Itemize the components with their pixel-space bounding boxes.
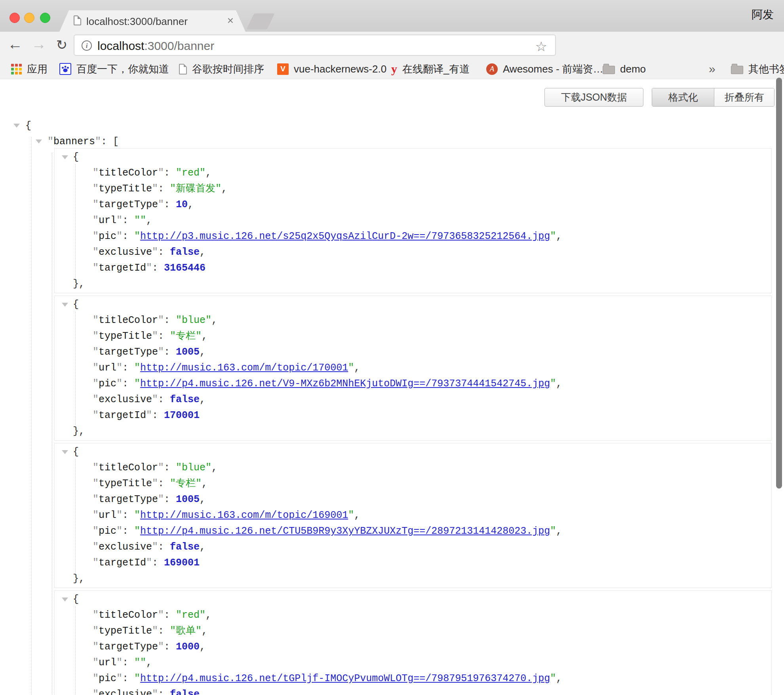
bookmark-apps[interactable]: 应用: [11, 62, 48, 76]
json-text: :: [152, 262, 164, 274]
json-text: ": [93, 199, 99, 210]
json-open-brace: {: [73, 446, 79, 458]
tab-bar: localhost:3000/banner × 阿发: [0, 0, 784, 32]
json-number-value: 170001: [164, 410, 200, 421]
other-bookmarks-folder[interactable]: 其他书签: [731, 62, 784, 76]
browser-window: localhost:3000/banner × 阿发 ← → ↻ i local…: [0, 0, 784, 695]
close-window-button[interactable]: [10, 13, 20, 23]
minimize-window-button[interactable]: [24, 13, 34, 23]
collapse-toggle-icon[interactable]: [62, 450, 68, 454]
new-tab-button[interactable]: [246, 13, 275, 29]
json-text: :: [122, 231, 134, 242]
zoom-window-button[interactable]: [40, 13, 50, 23]
json-text: :: [122, 362, 134, 374]
json-key: url: [99, 362, 116, 374]
json-url-link[interactable]: http://p4.music.126.net/tGPljf-IMOCyPvum…: [140, 673, 550, 684]
json-property-row: "targetType": 1005,: [55, 344, 771, 360]
tree-guide-line: [75, 312, 76, 425]
collapse-toggle-icon[interactable]: [62, 598, 68, 601]
json-banners-row: "banners": [: [36, 134, 119, 150]
profile-name[interactable]: 阿发: [752, 7, 774, 22]
json-key: titleColor: [99, 462, 158, 474]
bookmark-baidu[interactable]: 百度一下，你就知道: [59, 62, 169, 76]
collapse-toggle-icon[interactable]: [13, 124, 20, 128]
bookmarks-overflow-chevron[interactable]: »: [709, 62, 715, 76]
json-text: ,: [146, 215, 152, 226]
json-text: ": [93, 462, 99, 474]
address-bar[interactable]: i localhost:3000/banner ☆: [74, 34, 556, 56]
bookmark-google-sort[interactable]: 谷歌按时间排序: [179, 62, 264, 76]
toolbar: ← → ↻ i localhost:3000/banner ☆ V 英 FE T…: [0, 32, 784, 59]
json-key: url: [99, 215, 116, 226]
json-key: targetType: [99, 641, 158, 653]
view-mode-button-group: 格式化 折叠所有: [652, 88, 774, 107]
vue-v-icon: V: [277, 63, 289, 75]
json-text: ": [152, 541, 158, 553]
json-property-row: "typeTitle": "专栏",: [55, 328, 771, 344]
collapse-all-button[interactable]: 折叠所有: [714, 88, 774, 106]
json-text: ,: [211, 315, 217, 326]
json-text: :: [158, 183, 170, 195]
forward-button[interactable]: →: [29, 36, 48, 53]
json-text: :: [158, 625, 170, 637]
bookmark-vue-hackernews[interactable]: V vue-hackernews-2.0: [277, 62, 386, 76]
json-url-link[interactable]: http://p4.music.126.net/CTU5B9R9y3XyYBZX…: [140, 525, 550, 537]
json-text: ": [116, 673, 122, 684]
json-text: ": [348, 362, 354, 374]
json-url-link[interactable]: http://music.163.com/m/topic/169001: [140, 510, 348, 521]
json-close-brace: },: [73, 573, 85, 584]
json-url-link[interactable]: http://p4.music.126.net/V9-MXz6b2MNhEKju…: [140, 378, 550, 390]
vertical-scrollbar-thumb[interactable]: [776, 78, 782, 489]
format-button[interactable]: 格式化: [652, 88, 714, 106]
json-text: ": [93, 246, 99, 258]
json-property-row: "exclusive": false,: [55, 244, 771, 260]
json-text: ,: [200, 346, 206, 358]
json-key: pic: [99, 231, 116, 242]
json-number-value: 3165446: [164, 262, 206, 274]
json-key: targetId: [99, 262, 146, 274]
json-string-value: "专栏": [170, 330, 202, 342]
json-property-row: "exclusive": false,: [55, 687, 771, 695]
reload-button[interactable]: ↻: [52, 37, 71, 53]
json-text: :: [164, 609, 176, 621]
json-boolean-value: false: [170, 541, 200, 553]
bookmark-awesomes[interactable]: A Awesomes - 前端资…: [486, 62, 603, 76]
tree-guide-line: [75, 164, 76, 278]
bookmark-folder-demo[interactable]: demo: [603, 62, 646, 76]
json-property-row: "url": "",: [55, 213, 771, 229]
url-path: :3000/banner: [144, 39, 214, 52]
json-text: ": [158, 199, 164, 210]
json-text: ": [152, 183, 158, 195]
json-url-link[interactable]: http://music.163.com/m/topic/170001: [140, 362, 348, 374]
back-button[interactable]: ←: [6, 36, 25, 53]
json-number-value: 1005: [176, 346, 200, 358]
json-text: ,: [202, 625, 207, 637]
json-object-open-row: {: [55, 444, 771, 460]
json-property-row: "titleColor": "red",: [55, 607, 771, 623]
json-text: ": [93, 510, 99, 521]
json-text: ": [93, 346, 99, 358]
json-key: targetType: [99, 494, 158, 505]
download-json-button[interactable]: 下载JSON数据: [544, 88, 643, 107]
json-url-link[interactable]: http://p3.music.126.net/s25q2x5QyqsAzilC…: [140, 231, 550, 242]
info-icon[interactable]: i: [82, 40, 92, 51]
json-open-brace: {: [25, 120, 31, 132]
json-text: :: [158, 689, 170, 695]
baidu-paw-icon: [59, 63, 71, 75]
bookmark-youdao-translate[interactable]: y 在线翻译_有道: [391, 62, 470, 76]
json-property-row: "typeTitle": "歌单",: [55, 623, 771, 639]
collapse-toggle-icon[interactable]: [62, 155, 68, 159]
json-text: :: [164, 346, 176, 358]
json-number-value: 169001: [164, 557, 200, 569]
json-property-row: "pic": "http://p3.music.126.net/s25q2x5Q…: [55, 229, 771, 244]
tab-close-icon[interactable]: ×: [227, 14, 234, 27]
browser-tab[interactable]: localhost:3000/banner ×: [59, 10, 245, 32]
bookmark-star-icon[interactable]: ☆: [535, 38, 547, 54]
json-object-open-row: {: [55, 592, 771, 607]
json-number-value: 10: [176, 199, 188, 210]
collapse-toggle-icon[interactable]: [62, 303, 68, 307]
collapse-toggle-icon[interactable]: [36, 139, 42, 143]
json-text: ": [550, 378, 556, 390]
json-text: :: [164, 641, 176, 653]
json-text: ": [93, 478, 99, 489]
